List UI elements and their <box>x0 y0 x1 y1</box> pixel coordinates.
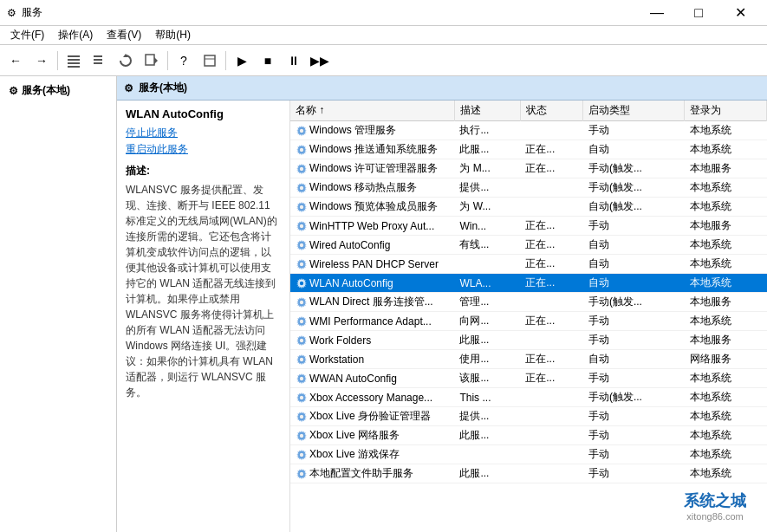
service-desc: 执行... <box>454 121 520 140</box>
left-panel-title: 服务(本地) <box>22 83 70 98</box>
forward-button[interactable]: → <box>29 49 54 73</box>
table-row[interactable]: WWAN AutoConfig 该服... 正在... 手动 本地系统 <box>290 369 767 388</box>
col-status[interactable]: 状态 <box>520 101 583 121</box>
close-button[interactable]: ✕ <box>720 0 760 26</box>
service-name: Windows 推送通知系统服务 <box>290 140 454 159</box>
service-desc <box>454 445 520 464</box>
restart-service-link[interactable]: 重启动此服务 <box>126 142 281 157</box>
service-status: 正在... <box>520 350 583 369</box>
service-status <box>520 464 583 483</box>
table-row[interactable]: Workstation 使用... 正在... 自动 网络服务 <box>290 350 767 369</box>
play-button[interactable]: ▶ <box>230 49 254 73</box>
service-login: 本地系统 <box>685 255 767 274</box>
col-starttype[interactable]: 启动类型 <box>583 101 685 121</box>
service-login: 本地服务 <box>685 293 767 312</box>
table-row[interactable]: Windows 预览体验成员服务 为 W... 自动(触发... 本地系统 <box>290 198 767 217</box>
table-row[interactable]: Windows 管理服务 执行... 手动 本地系统 <box>290 121 767 140</box>
stop-button[interactable]: ■ <box>256 49 280 73</box>
svg-rect-6 <box>94 62 102 64</box>
table-row[interactable]: Wired AutoConfig 有线... 正在... 自动 本地系统 <box>290 236 767 255</box>
service-starttype: 手动 <box>583 445 685 464</box>
toolbar: ← → ? ▶ ■ ⏸ ▶▶ <box>0 45 767 76</box>
service-desc: WLA... <box>454 274 520 293</box>
maximize-button[interactable]: □ <box>679 0 718 26</box>
service-starttype: 手动 <box>583 369 685 388</box>
service-name: Xbox Accessory Manage... <box>290 388 454 407</box>
menu-help[interactable]: 帮助(H) <box>148 26 198 44</box>
right-panel-header: ⚙ 服务(本地) <box>117 76 767 101</box>
table-row[interactable]: Windows 许可证管理器服务 为 M... 正在... 手动(触发... 本… <box>290 159 767 178</box>
desc-text: WLANSVC 服务提供配置、发现、连接、断开与 IEEE 802.11 标准定… <box>126 182 281 400</box>
table-row[interactable]: Xbox Live 身份验证管理器 提供... 手动 本地系统 <box>290 407 767 426</box>
minimize-button[interactable]: — <box>637 0 677 26</box>
svg-point-47 <box>300 452 303 456</box>
service-name: WWAN AutoConfig <box>290 369 454 388</box>
service-starttype: 手动(触发... <box>583 159 685 178</box>
table-row[interactable]: Work Folders 此服... 手动 本地服务 <box>290 331 767 350</box>
service-starttype: 自动 <box>583 255 685 274</box>
sep2 <box>167 51 168 70</box>
properties-button[interactable] <box>198 49 222 73</box>
refresh-button[interactable] <box>114 49 138 73</box>
svg-point-15 <box>300 147 303 151</box>
service-login: 本地系统 <box>685 369 767 388</box>
desc-label: 描述: <box>126 164 281 178</box>
export-button[interactable] <box>140 49 164 73</box>
table-row[interactable]: Xbox Accessory Manage... This ... 手动(触发.… <box>290 388 767 407</box>
service-desc: This ... <box>454 388 520 407</box>
menu-file[interactable]: 文件(F) <box>3 26 51 44</box>
service-desc: 为 W... <box>454 198 520 217</box>
service-login: 本地系统 <box>685 388 767 407</box>
services-table: 名称 ↑ 描述 状态 启动类型 登录为 Windows 管理服务 执行... 手… <box>290 101 767 483</box>
service-starttype: 手动 <box>583 331 685 350</box>
col-desc[interactable]: 描述 <box>454 101 520 121</box>
service-name: Windows 预览体验成员服务 <box>290 198 454 217</box>
table-row[interactable]: WinHTTP Web Proxy Aut... Win... 正在... 手动… <box>290 217 767 236</box>
service-login: 本地系统 <box>685 140 767 159</box>
service-name: Windows 许可证管理器服务 <box>290 159 454 178</box>
hide-button[interactable] <box>88 49 112 73</box>
service-desc: 提供... <box>454 178 520 198</box>
table-row[interactable]: Windows 移动热点服务 提供... 手动(触发... 本地系统 <box>290 178 767 198</box>
service-name: WLAN Direct 服务连接管... <box>290 293 454 312</box>
restart-button[interactable]: ▶▶ <box>308 49 332 73</box>
table-row[interactable]: Xbox Live 网络服务 此服... 手动 本地系统 <box>290 426 767 445</box>
svg-marker-9 <box>154 57 158 64</box>
table-row[interactable]: Windows 推送通知系统服务 此服... 正在... 自动 本地系统 <box>290 140 767 159</box>
service-name: Windows 管理服务 <box>290 121 454 140</box>
pause-button[interactable]: ⏸ <box>282 49 306 73</box>
svg-rect-10 <box>205 55 215 66</box>
service-starttype: 自动 <box>583 236 685 255</box>
table-row[interactable]: WLAN AutoConfig WLA... 正在... 自动 本地系统 <box>290 274 767 293</box>
service-desc: 有线... <box>454 236 520 255</box>
service-status <box>520 293 583 312</box>
service-name: Windows 移动热点服务 <box>290 178 454 198</box>
service-starttype: 自动(触发... <box>583 198 685 217</box>
service-name: Wired AutoConfig <box>290 236 454 255</box>
left-panel-header[interactable]: ⚙ 服务(本地) <box>5 81 111 100</box>
col-login[interactable]: 登录为 <box>685 101 767 121</box>
service-desc: 此服... <box>454 331 520 350</box>
service-desc: 为 M... <box>454 159 520 178</box>
table-row[interactable]: WMI Performance Adapt... 向网... 正在... 手动 … <box>290 312 767 331</box>
stop-service-link[interactable]: 停止此服务 <box>126 126 281 140</box>
menu-view[interactable]: 查看(V) <box>100 26 148 44</box>
service-status: 正在... <box>520 369 583 388</box>
svg-rect-0 <box>68 55 80 57</box>
table-row[interactable]: WLAN Direct 服务连接管... 管理... 手动(触发... 本地服务 <box>290 293 767 312</box>
service-login: 本地系统 <box>685 426 767 445</box>
service-desc <box>454 255 520 274</box>
service-name: Xbox Live 游戏保存 <box>290 445 454 464</box>
menu-action[interactable]: 操作(A) <box>51 26 100 44</box>
table-row[interactable]: Xbox Live 游戏保存 手动 本地系统 <box>290 445 767 464</box>
help-button[interactable]: ? <box>172 49 196 73</box>
svg-point-33 <box>300 319 303 322</box>
service-status: 正在... <box>520 140 583 159</box>
table-row[interactable]: Wireless PAN DHCP Server 正在... 自动 本地系统 <box>290 255 767 274</box>
service-status <box>520 388 583 407</box>
service-login: 本地服务 <box>685 331 767 350</box>
back-button[interactable]: ← <box>3 49 28 73</box>
col-name[interactable]: 名称 ↑ <box>290 101 454 121</box>
service-desc: 此服... <box>454 140 520 159</box>
show-list-button[interactable] <box>62 49 86 73</box>
